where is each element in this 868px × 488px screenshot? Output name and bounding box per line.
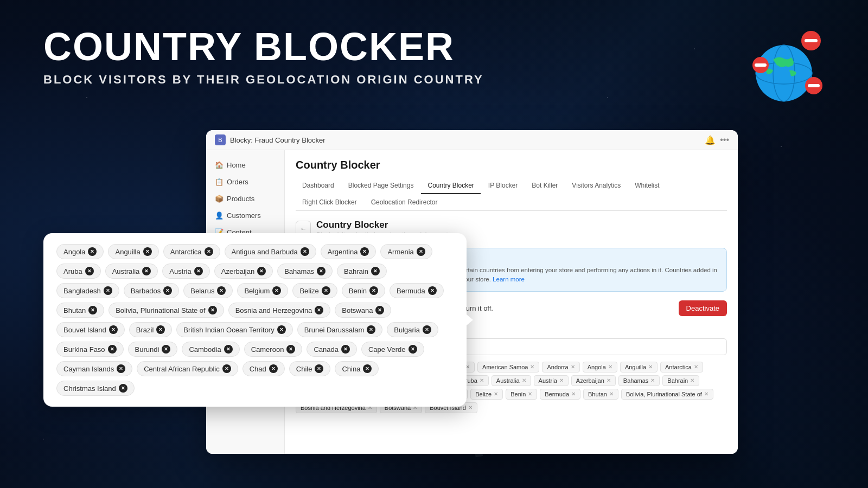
learn-more-link[interactable]: Learn more <box>493 276 525 282</box>
tab-country-blocker[interactable]: Country Blocker <box>421 178 480 194</box>
tags-container: Angola ✕Anguilla ✕Antarctica ✕Antigua an… <box>56 244 454 396</box>
tab-geolocation-redirector[interactable]: Geolocation Redirector <box>365 195 444 211</box>
country-tag-remove[interactable]: ✕ <box>690 377 694 383</box>
tag-remove[interactable]: ✕ <box>363 364 372 373</box>
tag-remove[interactable]: ✕ <box>341 345 350 354</box>
sidebar-item-products[interactable]: 📦Products <box>206 190 284 207</box>
tag-remove[interactable]: ✕ <box>142 267 151 275</box>
tag-remove[interactable]: ✕ <box>163 286 172 295</box>
tag-remove[interactable]: ✕ <box>315 364 323 373</box>
tag-remove[interactable]: ✕ <box>205 247 213 256</box>
more-icon[interactable]: ••• <box>720 135 729 145</box>
tag-remove[interactable]: ✕ <box>85 267 94 275</box>
tag-remove[interactable]: ✕ <box>194 267 203 275</box>
tag-remove[interactable]: ✕ <box>208 306 217 314</box>
tag-remove[interactable]: ✕ <box>317 267 326 275</box>
tag-remove[interactable]: ✕ <box>143 247 152 256</box>
tag-remove[interactable]: ✕ <box>88 306 97 314</box>
tag-remove[interactable]: ✕ <box>375 306 384 314</box>
tag-remove[interactable]: ✕ <box>162 345 170 354</box>
tab-bot-killer[interactable]: Bot Killer <box>525 178 564 194</box>
tag-remove[interactable]: ✕ <box>156 325 165 334</box>
tag-remove[interactable]: ✕ <box>109 325 118 334</box>
popup-arrow <box>467 314 473 325</box>
country-tag-remove[interactable]: ✕ <box>468 404 473 410</box>
sidebar-icon: 👤 <box>215 211 222 220</box>
country-tag-remove[interactable]: ✕ <box>494 391 498 397</box>
country-tag: Andorra ✕ <box>542 362 579 373</box>
country-tag-remove[interactable]: ✕ <box>571 364 575 370</box>
sidebar-label: Products <box>227 195 254 203</box>
tag-remove[interactable]: ✕ <box>277 325 286 334</box>
popup-tag: Belarus ✕ <box>183 283 233 298</box>
country-tag: Antarctica ✕ <box>660 362 703 373</box>
country-tag-remove[interactable]: ✕ <box>648 364 653 370</box>
tab-ip-blocker[interactable]: IP Blocker <box>482 178 524 194</box>
country-tag-remove[interactable]: ✕ <box>704 391 709 397</box>
popup-tag: Bermuda ✕ <box>390 283 444 298</box>
tag-remove[interactable]: ✕ <box>119 384 127 393</box>
country-tag-remove[interactable]: ✕ <box>530 364 534 370</box>
tag-remove[interactable]: ✕ <box>417 247 425 256</box>
tag-remove[interactable]: ✕ <box>301 247 309 256</box>
country-tag-remove[interactable]: ✕ <box>650 377 655 383</box>
popup-tag: Anguilla ✕ <box>108 244 158 259</box>
deactivate-button[interactable]: Deactivate <box>679 300 727 316</box>
sidebar-item-home[interactable]: 🏠Home <box>206 157 284 174</box>
window-title: Blocky: Fraud Country Blocker <box>230 136 326 144</box>
tag-remove[interactable]: ✕ <box>217 286 226 295</box>
tag-remove[interactable]: ✕ <box>272 286 281 295</box>
country-tag-remove[interactable]: ✕ <box>559 377 564 383</box>
sidebar-item-orders[interactable]: 📋Orders <box>206 174 284 190</box>
tag-remove[interactable]: ✕ <box>222 364 231 373</box>
tag-remove[interactable]: ✕ <box>409 345 417 354</box>
tab-right-click-blocker[interactable]: Right Click Blocker <box>296 195 363 211</box>
sidebar-label: Orders <box>227 178 248 186</box>
tag-remove[interactable]: ✕ <box>371 267 380 275</box>
window-controls: 🔔 ••• <box>705 135 729 145</box>
country-tag-remove[interactable]: ✕ <box>528 391 532 397</box>
tag-remove[interactable]: ✕ <box>423 325 431 334</box>
tab-blocked-page-settings[interactable]: Blocked Page Settings <box>342 178 420 194</box>
tag-remove[interactable]: ✕ <box>360 247 369 256</box>
country-tag-remove[interactable]: ✕ <box>608 364 612 370</box>
bell-icon[interactable]: 🔔 <box>705 135 716 145</box>
country-tag-remove[interactable]: ✕ <box>522 377 526 383</box>
popup-tag: Cambodia ✕ <box>182 342 239 357</box>
tag-remove[interactable]: ✕ <box>104 286 112 295</box>
tab-dashboard[interactable]: Dashboard <box>296 178 341 194</box>
tag-remove[interactable]: ✕ <box>88 247 97 256</box>
country-tag-remove[interactable]: ✕ <box>571 391 576 397</box>
tags-popup: Angola ✕Anguilla ✕Antarctica ✕Antigua an… <box>43 233 467 407</box>
page-content: COUNTRY BLOCKER BLOCK VISITORS BY THEIR … <box>0 0 868 488</box>
tag-remove[interactable]: ✕ <box>286 345 295 354</box>
popup-tag: Belgium ✕ <box>237 283 288 298</box>
tag-remove[interactable]: ✕ <box>269 364 278 373</box>
popup-tag: Austria ✕ <box>162 264 209 279</box>
popup-tag: Chile ✕ <box>289 361 331 376</box>
tag-remove[interactable]: ✕ <box>108 345 117 354</box>
tag-remove[interactable]: ✕ <box>369 286 378 295</box>
country-tag: Angola ✕ <box>583 362 617 373</box>
country-tag-remove[interactable]: ✕ <box>609 391 614 397</box>
country-tag-remove[interactable]: ✕ <box>694 364 698 370</box>
tag-remove[interactable]: ✕ <box>428 286 437 295</box>
sidebar-item-customers[interactable]: 👤Customers <box>206 207 284 224</box>
popup-tag: Brazil ✕ <box>129 322 173 337</box>
popup-tag: Cape Verde ✕ <box>361 342 424 357</box>
popup-tag: Bahrain ✕ <box>337 264 387 279</box>
country-tag-remove[interactable]: ✕ <box>480 377 484 383</box>
tag-remove[interactable]: ✕ <box>315 306 323 314</box>
tag-remove[interactable]: ✕ <box>117 364 125 373</box>
tab-visitors-analytics[interactable]: Visitors Analytics <box>565 178 627 194</box>
country-tag-remove[interactable]: ✕ <box>607 377 611 383</box>
tag-remove[interactable]: ✕ <box>224 345 233 354</box>
popup-tag: Australia ✕ <box>105 264 158 279</box>
svg-rect-6 <box>755 63 767 67</box>
tag-remove[interactable]: ✕ <box>367 325 375 334</box>
country-tag: Australia ✕ <box>492 375 531 386</box>
app-icon: B <box>215 134 226 145</box>
tag-remove[interactable]: ✕ <box>257 267 266 275</box>
tab-whitelist[interactable]: Whitelist <box>628 178 666 194</box>
tag-remove[interactable]: ✕ <box>322 286 330 295</box>
